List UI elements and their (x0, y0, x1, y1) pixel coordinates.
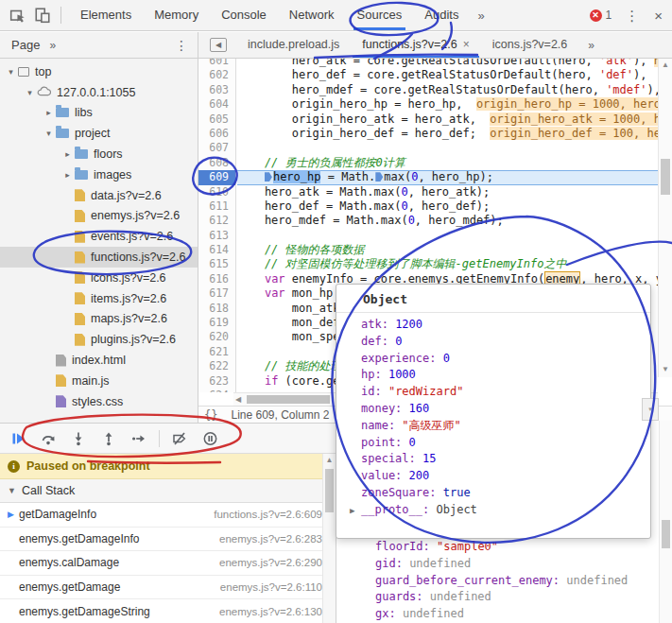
popup-property[interactable]: ▶__proto__: Object (350, 502, 637, 520)
file-tab[interactable]: icons.js?v=2.6 (481, 32, 579, 58)
code-segment: origin_hero_def = 100, her (490, 127, 658, 140)
expanded-arrow-icon[interactable]: ▾ (43, 129, 54, 138)
code-segment: hero_mdef = core.getRealStatusOrDefault(… (237, 83, 606, 96)
collapsed-arrow-icon[interactable]: ▸ (43, 108, 54, 117)
code-line-603: hero_mdef = core.getRealStatusOrDefault(… (237, 83, 658, 97)
gutter-line-611[interactable]: 611 (198, 199, 235, 214)
tree-item-main-js[interactable]: main.js (0, 371, 198, 391)
call-stack-frame[interactable]: ▶getDamageInfofunctions.js?v=2.6:609 (0, 503, 336, 528)
more-file-tabs-chevron[interactable]: » (578, 39, 604, 52)
scroll-thumb[interactable] (662, 520, 670, 548)
editor-vertical-scrollbar[interactable]: ▲ ▼ (658, 59, 672, 377)
horizontal-scroll-thumb[interactable] (247, 395, 330, 404)
gutter-line-622[interactable]: 622 (198, 359, 235, 373)
call-stack-frame[interactable]: enemys.getDamageenemys.js?v=2.6:110 (0, 576, 336, 600)
gutter-line-614[interactable]: 614 (198, 243, 235, 257)
gutter-line-608[interactable]: 608 (198, 156, 235, 170)
gutter-line-603[interactable]: 603 (198, 83, 235, 97)
gutter-line-602[interactable]: 602 (198, 68, 235, 82)
gutter-line-606[interactable]: 606 (198, 127, 235, 141)
frame-function-name: enemys.getDamageString (19, 605, 150, 618)
scroll-up-icon[interactable]: ▲ (323, 456, 336, 464)
navigator-more-chevron[interactable]: » (49, 39, 56, 52)
more-panels-chevron[interactable]: » (470, 9, 491, 23)
file-tab[interactable]: include.preload.js (236, 32, 351, 58)
gutter-line-612[interactable]: 612 (198, 214, 235, 228)
panel-tab-sources[interactable]: Sources (346, 0, 414, 30)
tree-item-data-js-v-2-6[interactable]: data.js?v=2.6 (0, 185, 198, 206)
panel-tab-elements[interactable]: Elements (69, 0, 143, 30)
gutter-line-610[interactable]: 610 (198, 185, 235, 199)
call-stack-frame[interactable]: enemys.calDamageenemys.js?v=2.6:290 (0, 551, 336, 576)
tree-item-index-html[interactable]: index.html (0, 350, 198, 371)
collapsed-arrow-icon[interactable]: ▸ (62, 170, 73, 180)
pretty-print-icon[interactable]: {} (204, 408, 217, 422)
tree-item-functions-js-v-2-6[interactable]: functions.js?v=2.6 (0, 247, 198, 268)
tree-item-styles-css[interactable]: styles.css (0, 391, 198, 412)
navigator-menu-icon[interactable]: ⋮ (175, 38, 188, 53)
scroll-left-icon[interactable]: ◀ (235, 395, 241, 404)
gutter-line-605[interactable]: 605 (198, 112, 235, 127)
pause-on-exceptions-button[interactable] (198, 427, 222, 450)
debugger-scrollbar[interactable]: ▲ (322, 454, 336, 623)
error-badge[interactable]: ✕ 1 (590, 9, 612, 22)
tree-item-events-js-v-2-6[interactable]: events.js?v=2.6 (0, 226, 198, 247)
gutter-line-617[interactable]: 617 (198, 286, 235, 301)
gutter-line-616[interactable]: 616 (198, 272, 235, 286)
vertical-scroll-thumb[interactable] (661, 159, 670, 195)
step-out-button[interactable] (96, 427, 121, 450)
tree-item-project[interactable]: ▾project (0, 123, 198, 144)
panel-tab-audits[interactable]: Audits (413, 0, 470, 30)
panel-tab-network[interactable]: Network (278, 0, 346, 30)
file-tab[interactable]: functions.js?v=2.6× (351, 32, 480, 58)
properties-scrollbar[interactable] (659, 421, 672, 623)
panel-tab-console[interactable]: Console (210, 0, 278, 30)
gutter-line-609[interactable]: 609 (198, 170, 235, 184)
hide-navigator-icon[interactable]: ◀ (210, 38, 227, 52)
tree-item-127-0-0-1-1055[interactable]: ▾127.0.0.1:1055 (0, 82, 198, 103)
gutter-line-615[interactable]: 615 (198, 257, 235, 271)
gutter-line-618[interactable]: 618 (198, 302, 235, 316)
gutter-line-619[interactable]: 619 (198, 316, 235, 330)
expanded-arrow-icon[interactable]: ▾ (6, 67, 16, 77)
tree-item-libs[interactable]: ▸libs (0, 103, 198, 124)
tree-item-images[interactable]: ▸images (0, 164, 198, 185)
tree-item-enemys-js-v-2-6[interactable]: enemys.js?v=2.6 (0, 206, 198, 227)
step-button[interactable] (127, 427, 151, 450)
step-over-button[interactable] (36, 427, 60, 450)
tree-item-items-js-v-2-6[interactable]: items.js?v=2.6 (0, 288, 198, 309)
expanded-arrow-icon[interactable]: ▾ (25, 88, 35, 97)
gutter-line-613[interactable]: 613 (198, 229, 235, 243)
gutter-line-601[interactable]: 601 (198, 59, 235, 68)
device-toolbar-icon[interactable] (32, 5, 53, 26)
tree-item-floors[interactable]: ▸floors (0, 144, 198, 164)
step-into-button[interactable] (66, 427, 91, 450)
scroll-down-icon[interactable]: ▼ (659, 365, 672, 373)
panel-tab-memory[interactable]: Memory (143, 0, 210, 30)
collapsed-arrow-icon[interactable]: ▸ (62, 149, 73, 159)
code-segment: hero_def = Math.max( (237, 199, 401, 213)
expand-arrow-icon[interactable]: ▶ (350, 503, 361, 520)
gutter-line-624[interactable]: 624 (198, 389, 235, 392)
tree-item-plugins-js-v-2-6[interactable]: plugins.js?v=2.6 (0, 329, 198, 350)
navigator-tab-page[interactable]: Page (0, 38, 49, 52)
gutter-line-604[interactable]: 604 (198, 97, 235, 112)
resume-button[interactable] (6, 427, 30, 450)
close-tab-icon[interactable]: × (463, 38, 470, 51)
tree-item-icons-js-v-2-6[interactable]: icons.js?v=2.6 (0, 268, 198, 288)
gutter-line-623[interactable]: 623 (198, 374, 235, 389)
call-stack-frame[interactable]: enemys.getDamageStringenemys.js?v=2.6:13… (0, 599, 336, 623)
devtools-menu-icon[interactable]: ⋮ (625, 9, 639, 23)
tree-item-maps-js-v-2-6[interactable]: maps.js?v=2.6 (0, 309, 198, 330)
close-devtools-icon[interactable]: × (654, 8, 663, 24)
call-stack-header[interactable]: ▼ Call Stack (0, 479, 336, 503)
inspect-element-icon[interactable] (8, 5, 28, 26)
deactivate-breakpoints-button[interactable] (167, 427, 192, 450)
scroll-thumb[interactable] (325, 469, 334, 512)
call-stack-frame[interactable]: enemys.getDamageInfoenemys.js?v=2.6:283 (0, 528, 336, 552)
gutter-line-607[interactable]: 607 (198, 141, 235, 155)
tree-item-top[interactable]: ▾top (0, 61, 198, 82)
gutter-line-621[interactable]: 621 (198, 345, 235, 359)
gutter-line-620[interactable]: 620 (198, 330, 235, 344)
scroll-up-icon[interactable]: ▲ (659, 61, 672, 69)
